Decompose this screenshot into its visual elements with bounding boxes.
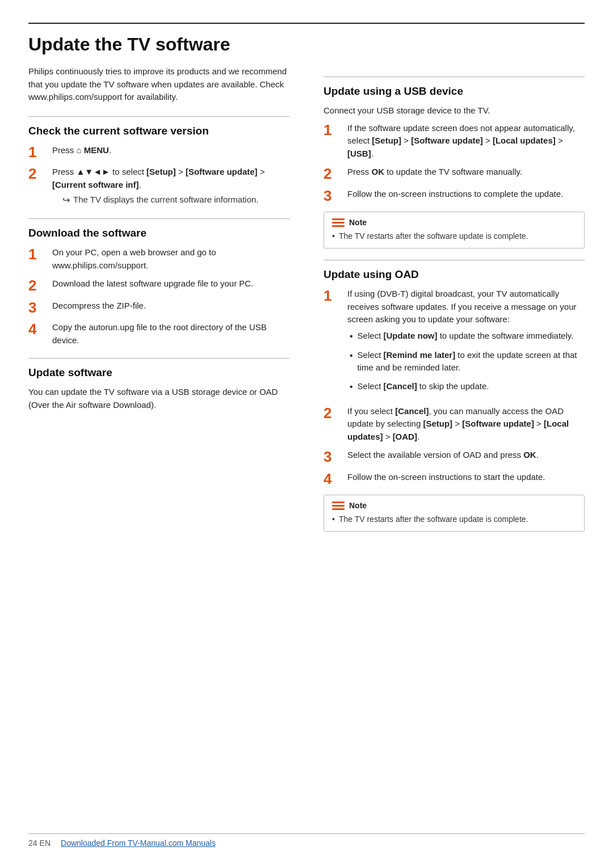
oad-step-num-2: 2 [324, 405, 344, 422]
check-step-2-arrow-text: The TV displays the current software inf… [73, 193, 259, 207]
left-column: Philips continuously tries to improve it… [28, 65, 289, 536]
step-num-2: 2 [28, 166, 49, 182]
dl-step-num-2: 2 [28, 277, 49, 294]
update-software-text: You can update the TV software via a USB… [28, 386, 289, 411]
usb-note-text: The TV restarts after the software updat… [332, 230, 576, 242]
oad-step-2: 2 If you select [Cancel], you can manual… [324, 405, 585, 444]
right-column: Update using a USB device Connect your U… [324, 65, 585, 536]
update-software-rule [28, 358, 289, 359]
oad-step-1-bullets: Select [Update now] to update the softwa… [350, 330, 585, 394]
download-steps: 1 On your PC, open a web browser and go … [28, 246, 289, 347]
oad-step-4-content: Follow the on-screen instructions to sta… [347, 471, 585, 484]
dl-step-1-content: On your PC, open a web browser and go to… [52, 246, 289, 272]
usb-step-3: 3 Follow the on-screen instructions to c… [324, 188, 585, 204]
oad-section-title: Update using OAD [324, 268, 585, 281]
check-step-1-content: Press ⌂ MENU. [52, 144, 289, 157]
usb-note-item-1: The TV restarts after the software updat… [332, 230, 576, 242]
oad-section-rule [324, 260, 585, 260]
check-section-rule [28, 116, 289, 117]
usb-note-box: Note The TV restarts after the software … [324, 212, 585, 248]
usb-step-num-1: 1 [324, 122, 344, 138]
dl-step-2-content: Download the latest software upgrade fil… [52, 277, 289, 290]
check-step-2: 2 Press ▲▼◄► to select [Setup] > [Softwa… [28, 166, 289, 207]
oad-step-num-3: 3 [324, 449, 344, 465]
usb-section-rule [324, 77, 585, 77]
usb-steps: 1 If the software update screen does not… [324, 122, 585, 204]
arrow-icon: ↪ [62, 193, 70, 207]
check-step-1: 1 Press ⌂ MENU. [28, 144, 289, 161]
usb-step-num-2: 2 [324, 166, 344, 182]
step-num-1: 1 [28, 144, 49, 161]
check-step-2-content: Press ▲▼◄► to select [Setup] > [Software… [52, 166, 289, 207]
oad-bullet-2: Select [Remind me later] to exit the upd… [350, 349, 585, 374]
top-rule [28, 23, 585, 24]
download-step-1: 1 On your PC, open a web browser and go … [28, 246, 289, 272]
download-step-2: 2 Download the latest software upgrade f… [28, 277, 289, 294]
usb-step-1: 1 If the software update screen does not… [324, 122, 585, 161]
oad-note-icon [332, 502, 345, 510]
page-title: Update the TV software [28, 34, 585, 55]
usb-note-label: Note [349, 218, 367, 227]
check-section-title: Check the current software version [28, 125, 289, 137]
footer-page-num: 24 [28, 838, 37, 848]
oad-step-num-4: 4 [324, 471, 344, 487]
oad-bullet-1: Select [Update now] to update the softwa… [350, 330, 585, 343]
usb-step-num-3: 3 [324, 188, 344, 204]
page-footer: 24 EN Downloaded From TV-Manual.com Manu… [28, 833, 585, 848]
footer-lang: EN [40, 838, 51, 848]
oad-steps: 1 If using (DVB-T) digital broadcast, yo… [324, 288, 585, 487]
oad-note-header: Note [332, 501, 576, 510]
oad-step-4: 4 Follow the on-screen instructions to s… [324, 471, 585, 487]
intro-text: Philips continuously tries to improve it… [28, 65, 289, 104]
dl-step-3-content: Decompress the ZIP-file. [52, 300, 289, 313]
oad-note-label: Note [349, 501, 367, 510]
check-step-2-arrow: ↪ The TV displays the current software i… [62, 193, 289, 207]
dl-step-4-content: Copy the autorun.upg file to the root di… [52, 321, 289, 347]
update-software-title: Update software [28, 366, 289, 379]
oad-step-2-content: If you select [Cancel], you can manually… [347, 405, 585, 444]
oad-step-num-1: 1 [324, 288, 344, 304]
check-steps: 1 Press ⌂ MENU. 2 Press ▲▼◄► to select [… [28, 144, 289, 208]
usb-section-title: Update using a USB device [324, 85, 585, 98]
dl-step-num-4: 4 [28, 321, 49, 338]
usb-step-1-content: If the software update screen does not a… [347, 122, 585, 161]
oad-note-text: The TV restarts after the software updat… [332, 513, 576, 525]
oad-note-item-1: The TV restarts after the software updat… [332, 513, 576, 525]
dl-step-num-1: 1 [28, 246, 49, 263]
oad-step-1: 1 If using (DVB-T) digital broadcast, yo… [324, 288, 585, 399]
usb-intro-text: Connect your USB storage device to the T… [324, 104, 585, 117]
download-section-rule [28, 218, 289, 219]
oad-bullet-3: Select [Cancel] to skip the update. [350, 380, 585, 394]
oad-note-box: Note The TV restarts after the software … [324, 495, 585, 532]
dl-step-num-3: 3 [28, 300, 49, 316]
usb-note-header: Note [332, 218, 576, 227]
usb-note-icon [332, 218, 345, 227]
usb-step-3-content: Follow the on-screen instructions to com… [347, 188, 585, 201]
oad-step-3-content: Select the available version of OAD and … [347, 449, 585, 462]
oad-step-1-content: If using (DVB-T) digital broadcast, your… [347, 288, 585, 399]
usb-step-2: 2 Press OK to update the TV software man… [324, 166, 585, 182]
download-section-title: Download the software [28, 227, 289, 239]
usb-step-2-content: Press OK to update the TV software manua… [347, 166, 585, 179]
footer-link[interactable]: Downloaded From TV-Manual.com Manuals [61, 838, 216, 848]
download-step-3: 3 Decompress the ZIP-file. [28, 300, 289, 316]
download-step-4: 4 Copy the autorun.upg file to the root … [28, 321, 289, 347]
oad-step-3: 3 Select the available version of OAD an… [324, 449, 585, 465]
